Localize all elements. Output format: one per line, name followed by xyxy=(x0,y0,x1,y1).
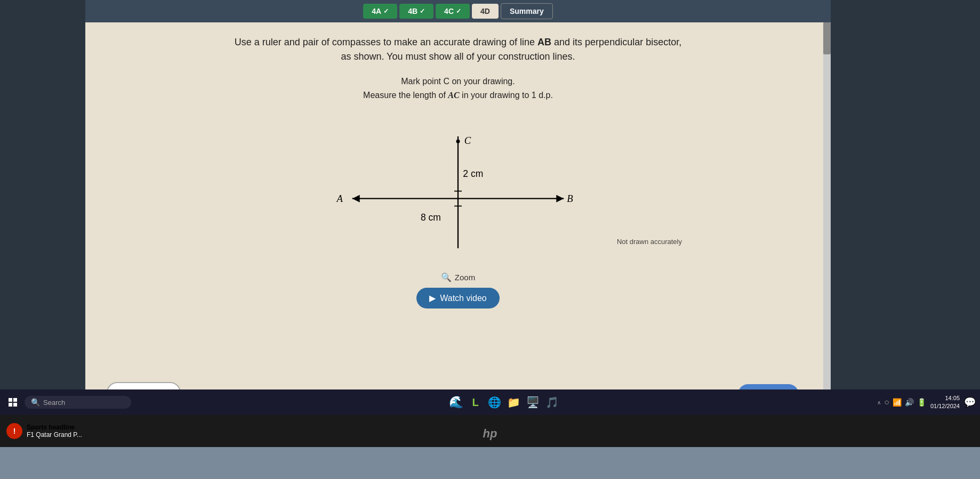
notification-icon[interactable]: 💬 xyxy=(964,396,976,408)
tray-volume-icon[interactable]: 🔊 xyxy=(905,398,914,407)
news-headline: Sports headline xyxy=(27,424,82,431)
tab-4A-label: 4A xyxy=(372,7,381,15)
svg-text:8 cm: 8 cm xyxy=(421,212,441,223)
tray-wifi-icon[interactable]: 📶 xyxy=(893,398,902,407)
clock-time: 14:05 xyxy=(930,394,960,402)
tab-4B-label: 4B xyxy=(408,7,417,15)
taskbar-icon-2[interactable]: L xyxy=(467,394,484,411)
zoom-icon: 🔍 xyxy=(441,272,452,282)
scrollbar[interactable] xyxy=(823,22,831,447)
news-icon: ! xyxy=(6,423,22,439)
tab-4C[interactable]: 4C ✓ xyxy=(436,4,470,19)
tab-4B[interactable]: 4B ✓ xyxy=(399,4,433,19)
windows-icon xyxy=(9,398,17,407)
checkmark-4B: ✓ xyxy=(420,7,425,15)
tab-4D[interactable]: 4D xyxy=(472,4,499,19)
clock-date: 01/12/2024 xyxy=(930,402,960,410)
taskbar-icon-6[interactable]: 🎵 xyxy=(544,394,561,411)
svg-text:B: B xyxy=(567,193,573,204)
clock[interactable]: 14:05 01/12/2024 xyxy=(930,394,960,411)
tray-chevron-icon[interactable]: ∧ xyxy=(877,400,881,405)
taskbar: 🔍 Search 🌊 L 🌐 📁 🖥️ 🎵 ∧ ○ 📶 🔊 🔋 14:05 01… xyxy=(0,389,980,415)
taskbar-right: ∧ ○ 📶 🔊 🔋 14:05 01/12/2024 💬 xyxy=(877,394,976,411)
svg-text:A: A xyxy=(336,193,343,204)
watch-video-button[interactable]: ▶ Watch video xyxy=(416,288,499,308)
nav-bar: 4A ✓ 4B ✓ 4C ✓ 4D Summary xyxy=(85,0,831,22)
video-icon: ▶ xyxy=(429,293,436,303)
svg-marker-2 xyxy=(556,195,564,202)
tab-summary-label: Summary xyxy=(510,7,544,15)
tray-notification-icon[interactable]: ○ xyxy=(884,397,889,407)
not-drawn-label: Not drawn accurately xyxy=(617,238,682,246)
start-button[interactable] xyxy=(4,394,21,411)
tab-4A[interactable]: 4A ✓ xyxy=(363,4,397,19)
geometry-diagram: C 2 cm A B 8 cm xyxy=(298,118,618,267)
main-content: Use a ruler and pair of compasses to mak… xyxy=(85,22,831,447)
watch-video-label: Watch video xyxy=(440,294,486,303)
tab-4D-label: 4D xyxy=(480,7,490,15)
news-subtext: F1 Qatar Grand P... xyxy=(27,431,82,439)
taskbar-icon-5[interactable]: 🖥️ xyxy=(525,394,542,411)
svg-marker-1 xyxy=(352,195,360,202)
tab-4C-label: 4C xyxy=(444,7,454,15)
system-tray: ∧ ○ 📶 🔊 🔋 xyxy=(877,397,926,407)
taskbar-icon-4[interactable]: 📁 xyxy=(505,394,523,411)
checkmark-4A: ✓ xyxy=(383,7,389,15)
zoom-label: Zoom xyxy=(455,273,475,282)
svg-text:2 cm: 2 cm xyxy=(463,168,483,179)
taskbar-search[interactable]: 🔍 Search xyxy=(25,396,131,409)
taskbar-icons: 🌊 L 🌐 📁 🖥️ 🎵 xyxy=(134,394,874,411)
question-text-1: Use a ruler and pair of compasses to mak… xyxy=(107,35,809,64)
tray-battery-icon[interactable]: 🔋 xyxy=(917,398,926,407)
taskbar-icon-1[interactable]: 🌊 xyxy=(448,394,465,411)
tab-summary[interactable]: Summary xyxy=(501,3,553,19)
zoom-button[interactable]: 🔍 Zoom xyxy=(441,272,475,282)
question-text-2: Mark point C on your drawing. Measure th… xyxy=(107,75,809,102)
hp-logo: hp xyxy=(483,427,497,441)
search-placeholder: Search xyxy=(43,399,65,407)
svg-point-5 xyxy=(456,140,460,143)
taskbar-icon-3[interactable]: 🌐 xyxy=(486,394,503,411)
search-icon: 🔍 xyxy=(31,398,40,407)
scrollbar-thumb[interactable] xyxy=(823,22,831,54)
news-content: Sports headline F1 Qatar Grand P... xyxy=(27,424,82,439)
diagram: C 2 cm A B 8 cm xyxy=(298,118,618,267)
checkmark-4C: ✓ xyxy=(456,7,461,15)
svg-text:C: C xyxy=(464,135,471,146)
